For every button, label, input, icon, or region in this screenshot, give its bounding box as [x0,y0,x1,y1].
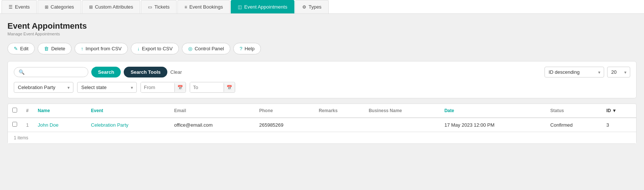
page-content: Event Appointments Manage Event Appointm… [0,14,644,148]
header-checkbox [8,104,22,118]
from-date-input[interactable] [141,82,174,92]
page-subtitle: Manage Event Appointments [7,32,637,36]
select-all-checkbox[interactable] [12,108,17,113]
search-tools-button[interactable]: Search Tools [124,67,167,77]
from-date-wrap: 📅 [141,82,186,93]
row-name[interactable]: John Doe [33,118,86,132]
state-filter-select[interactable]: Select state [77,82,137,93]
tab-tickets[interactable]: ▭ Tickets [141,0,177,13]
page-title: Event Appointments [7,21,637,31]
sort-controls: ID descending ID ascending Name A-Z Name… [544,67,630,77]
row-email: office@email.com [170,118,255,132]
search-row: 🔍 Search Search Tools Clear ID descendin… [14,67,630,77]
appointments-table: # Name Event Email Phone Remarks Busines… [8,104,636,132]
state-filter-wrap: Select state ▼ [77,82,137,93]
header-date[interactable]: Date [440,104,546,118]
header-business-name: Business Name [364,104,440,118]
events-icon: ☰ [9,4,13,10]
header-status: Status [546,104,602,118]
row-status: Confirmed [546,118,602,132]
event-appointments-icon: ◫ [238,4,242,10]
header-event[interactable]: Event [86,104,170,118]
row-remarks [314,118,364,132]
event-filter-select[interactable]: Celebration Party [14,82,73,93]
to-date-input[interactable] [190,82,224,92]
to-date-wrap: 📅 [190,82,235,93]
table-footer: 1 items [8,132,636,143]
export-icon: ↓ [137,46,140,51]
sort-select-wrap: ID descending ID ascending Name A-Z Name… [544,67,604,77]
row-phone: 265985269 [255,118,314,132]
header-email: Email [170,104,255,118]
tab-events[interactable]: ☰ Events [1,0,37,13]
clear-button[interactable]: Clear [170,69,182,75]
row-event[interactable]: Celebration Party [86,118,170,132]
search-input-wrap: 🔍 [14,67,88,77]
header-remarks: Remarks [314,104,364,118]
edit-button[interactable]: ✎ Edit [7,43,35,54]
header-num: # [22,104,33,118]
table-row: 1 John Doe Celebration Party office@emai… [8,118,636,132]
header-name[interactable]: Name [33,104,86,118]
page-header: Event Appointments Manage Event Appointm… [7,21,637,36]
toolbar: ✎ Edit 🗑 Delete ↑ Import from CSV ↓ Expo… [7,43,637,54]
per-page-select[interactable]: 20 10 50 100 [607,67,630,77]
control-panel-button[interactable]: ◎ Control Panel [182,43,230,54]
top-navigation: ☰ Events ⊞ Categories ⊞ Custom Attribute… [0,0,644,14]
row-date: 17 May 2023 12:00 PM [440,118,546,132]
tab-custom-attributes[interactable]: ⊞ Custom Attributes [82,0,141,13]
custom-attributes-icon: ⊞ [89,4,93,10]
tab-event-appointments[interactable]: ◫ Event Appointments [231,0,294,13]
delete-icon: 🗑 [44,46,49,51]
table-header-row: # Name Event Email Phone Remarks Busines… [8,104,636,118]
categories-icon: ⊞ [45,4,48,10]
per-page-select-wrap: 20 10 50 100 ▼ [607,67,630,77]
to-calendar-button[interactable]: 📅 [224,83,235,92]
export-csv-button[interactable]: ↓ Export to CSV [131,43,179,54]
search-area: 🔍 Search Search Tools Clear ID descendin… [7,61,637,98]
header-id[interactable]: ID ▼ [602,104,636,118]
row-num: 1 [22,118,33,132]
sort-select[interactable]: ID descending ID ascending Name A-Z Name… [544,67,604,77]
delete-button[interactable]: 🗑 Delete [38,43,72,54]
from-calendar-button[interactable]: 📅 [174,83,186,92]
header-phone: Phone [255,104,314,118]
row-checkbox-cell [8,118,22,132]
items-count: 1 items [14,135,28,140]
control-panel-icon: ◎ [188,46,192,51]
appointments-table-wrap: # Name Event Email Phone Remarks Busines… [7,104,637,144]
event-bookings-icon: ≡ [184,4,187,10]
tab-event-bookings[interactable]: ≡ Event Bookings [177,0,230,13]
edit-icon: ✎ [14,46,18,51]
row-checkbox[interactable] [12,122,17,127]
help-icon: ? [240,46,242,51]
event-filter-wrap: Celebration Party ▼ [14,82,73,93]
import-icon: ↑ [81,46,83,51]
import-csv-button[interactable]: ↑ Import from CSV [75,43,128,54]
search-button[interactable]: Search [91,67,121,77]
types-icon: ⚙ [302,4,306,10]
search-input[interactable] [27,69,83,75]
row-id: 3 [602,118,636,132]
row-business-name [364,118,440,132]
filter-row: Celebration Party ▼ Select state ▼ 📅 📅 [14,82,630,93]
tab-categories[interactable]: ⊞ Categories [38,0,81,13]
search-icon: 🔍 [19,69,25,75]
tab-types[interactable]: ⚙ Types [295,0,329,13]
tickets-icon: ▭ [148,4,152,10]
help-button[interactable]: ? Help [233,43,261,54]
